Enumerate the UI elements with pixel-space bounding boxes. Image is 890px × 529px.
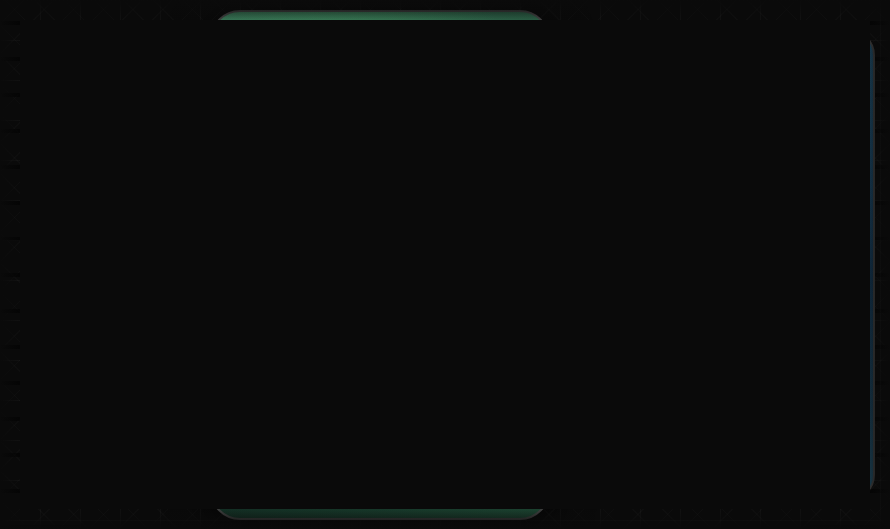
app-row-2: Play News... Play Store Pulse (222, 112, 538, 187)
svg-rect-7 (259, 61, 271, 63)
rotate-icon (726, 104, 744, 122)
left-app-theme[interactable]: 🎨 Theme (37, 372, 92, 428)
preferences-label: Prefere... (813, 458, 850, 468)
contact-amanda[interactable]: Amanda R. (814, 167, 859, 222)
app-steam[interactable]: Steam (460, 277, 528, 342)
preferences-action[interactable]: Prefere... (800, 416, 863, 468)
add-action[interactable]: Add (657, 416, 720, 468)
volume-toggle[interactable] (814, 92, 856, 134)
dock-icon-1: 🌿 (42, 428, 87, 473)
screen-toggle[interactable] (764, 92, 806, 134)
app-play-store[interactable]: Play Store (308, 117, 376, 182)
app-soundcloud[interactable]: SoundCloud (384, 277, 452, 342)
app-voice[interactable]: Voice Sear... (384, 357, 452, 422)
contact-andrew[interactable]: Andrew Kr... (707, 167, 756, 222)
dock-app-2[interactable]: 📷 (102, 428, 157, 473)
play-music-icon (468, 37, 520, 89)
svg-point-49 (684, 118, 687, 121)
svg-point-57 (723, 192, 741, 203)
app-slides[interactable]: Slides (232, 277, 300, 342)
svg-point-61 (828, 192, 846, 203)
app-pulse[interactable]: Pulse (384, 117, 452, 182)
play-movies-icon (392, 37, 444, 89)
app-play-music[interactable]: Play Music (460, 37, 528, 102)
steam-label: Steam (481, 332, 507, 342)
play-music-label: Play Music (472, 92, 516, 102)
rotate-toggle[interactable] (714, 92, 756, 134)
svg-rect-64 (752, 429, 759, 436)
app-settings[interactable]: Settings (460, 197, 528, 262)
recent-contacts-label: Recent Contacts (784, 150, 858, 161)
wifi-icon (676, 104, 694, 122)
app-temple[interactable]: 🏃 Temple Ru... (232, 357, 300, 422)
wallet-label: Wallet (482, 412, 507, 422)
retry-icon: RET (392, 197, 444, 249)
svg-rect-66 (752, 438, 759, 445)
svg-point-27 (336, 216, 340, 220)
screen-action-icon (741, 416, 779, 454)
svg-rect-22 (261, 226, 267, 228)
app-row-4: Slides Snapchat SoundCloud (222, 272, 538, 347)
screen-icon (776, 104, 794, 122)
svg-point-14 (262, 139, 270, 147)
svg-text:🏃: 🏃 (259, 377, 274, 392)
add-icon (670, 416, 708, 454)
app-play-books[interactable]: Play Books (232, 37, 300, 102)
dot-page-4 (393, 435, 398, 440)
settings-icon (468, 197, 520, 249)
svg-point-30 (490, 219, 498, 227)
snapchat-icon (316, 277, 368, 329)
svg-rect-34 (260, 303, 269, 305)
play-news-icon (240, 117, 292, 169)
svg-point-56 (726, 178, 738, 190)
dot-2 (128, 408, 133, 413)
quick-controls (657, 92, 863, 134)
svg-rect-6 (259, 57, 273, 59)
app-row-3: Quickoffice reddit is fun RET RETRY (222, 192, 538, 267)
wifi-toggle[interactable] (664, 92, 706, 134)
app-play-news[interactable]: Play News... (232, 117, 300, 182)
temple-icon: 🏃 (240, 357, 292, 409)
left-app-gallery[interactable]: 🖼️ Gallery (102, 372, 157, 428)
screen-action[interactable]: Screen (728, 416, 791, 468)
svg-marker-9 (332, 53, 352, 73)
app-reddit[interactable]: reddit is fun (308, 197, 376, 262)
andrew-avatar (711, 167, 753, 209)
amanda-avatar (816, 167, 858, 209)
contacts-row: Colin M. Andrew Kr... Bernie Amanda R. (657, 167, 863, 222)
slides-icon (240, 277, 292, 329)
amanda-name: Amanda R. (814, 212, 859, 222)
app-wallet[interactable]: Wallet (460, 357, 528, 422)
phone-center: Play Books Play Games Play Movie... (210, 10, 550, 520)
dock-app-1[interactable]: 🌿 (37, 428, 92, 473)
app-drawer: Play Books Play Games Play Movie... (222, 32, 538, 488)
svg-rect-67 (761, 438, 768, 445)
app-timely[interactable]: Timely (308, 357, 376, 422)
play-store-label: Play Store (321, 172, 363, 182)
gallery-label: Gallery (117, 419, 142, 428)
app-quickoffice[interactable]: Quickoffice (232, 197, 300, 262)
app-pushbullet[interactable]: Pushbullet (460, 117, 528, 182)
app-play-movies[interactable]: Play Movie... (384, 37, 452, 102)
app-play-games[interactable]: Play Games (308, 37, 376, 102)
play-books-label: Play Books (243, 92, 288, 102)
svg-point-48 (491, 382, 497, 388)
timely-label: Timely (329, 412, 355, 422)
contact-bernie[interactable]: Bernie (764, 167, 806, 222)
snapchat-label: Snapchat (323, 332, 361, 342)
soundcloud-label: SoundCloud (393, 332, 443, 342)
svg-point-44 (340, 374, 344, 378)
contact-colin[interactable]: Colin M. (657, 167, 699, 222)
svg-point-17 (413, 138, 423, 148)
svg-point-38 (491, 300, 497, 306)
andrew-name: Andrew Kr... (707, 212, 756, 222)
left-dots (22, 408, 238, 413)
app-row-5: 🏃 Temple Ru... Timely Voice Sear... (222, 352, 538, 427)
retry-label: RETRY (403, 252, 433, 262)
app-snapchat[interactable]: Snapchat (308, 277, 376, 342)
app-retry[interactable]: RET RETRY (384, 197, 452, 262)
right-time-block: 06:25 Sun, November 9 (788, 44, 858, 80)
svg-point-58 (779, 178, 791, 190)
svg-rect-8 (259, 65, 269, 67)
pulse-icon (392, 117, 444, 169)
